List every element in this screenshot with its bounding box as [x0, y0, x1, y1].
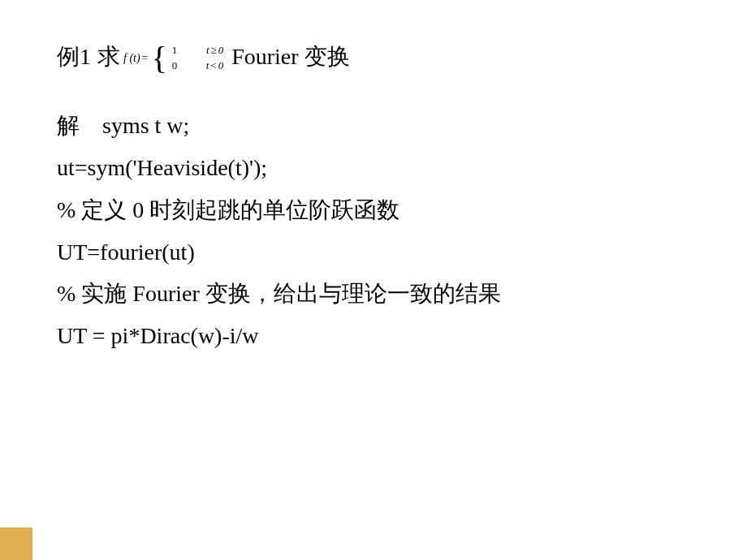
line-fourier-call: UT=fourier(ut): [57, 231, 690, 274]
slide-content: 例1 求 f (t) = { 1 t≥0 0 t<0: [0, 0, 747, 560]
example-title-line: 例1 求 f (t) = { 1 t≥0 0 t<0: [57, 41, 690, 72]
formula-eq: =: [142, 50, 149, 67]
case2-zero: 0: [218, 59, 224, 71]
case2-condition: t<0: [206, 58, 223, 73]
fourier-transform-label: Fourier 变换: [231, 41, 349, 72]
case-2: 0 t<0: [172, 58, 223, 73]
case2-value: 0: [172, 58, 182, 73]
case-1: 1 t≥0: [172, 43, 223, 58]
line-ut-assign: ut=sym('Heaviside(t)');: [57, 147, 690, 189]
left-brace: {: [152, 45, 167, 71]
line-result: UT = pi*Dirac(w)-i/w: [57, 315, 690, 357]
case1-value: 1: [172, 43, 182, 58]
corner-accent: [0, 528, 32, 560]
case1-condition: t≥0: [206, 43, 223, 58]
case2-op: <: [210, 59, 216, 71]
cases-block: 1 t≥0 0 t<0: [172, 43, 223, 72]
qiu-label: 求: [97, 41, 120, 72]
line-solution: 解 syms t w;: [57, 105, 690, 147]
example-label: 例1: [57, 41, 91, 72]
line-comment-1: % 定义 0 时刻起跳的单位阶跃函数: [57, 189, 690, 231]
line-comment-2: % 实施 Fourier 变换，给出与理论一致的结果: [57, 273, 690, 315]
piecewise-formula: f (t) = { 1 t≥0 0 t<0: [123, 43, 223, 72]
case1-zero: 0: [218, 44, 224, 56]
body-text: 解 syms t w; ut=sym('Heaviside(t)'); % 定义…: [57, 105, 690, 357]
case2-t: t: [206, 59, 209, 71]
formula-ft: f (t): [123, 50, 140, 67]
case1-t: t: [206, 44, 209, 56]
case1-op: ≥: [211, 44, 217, 56]
